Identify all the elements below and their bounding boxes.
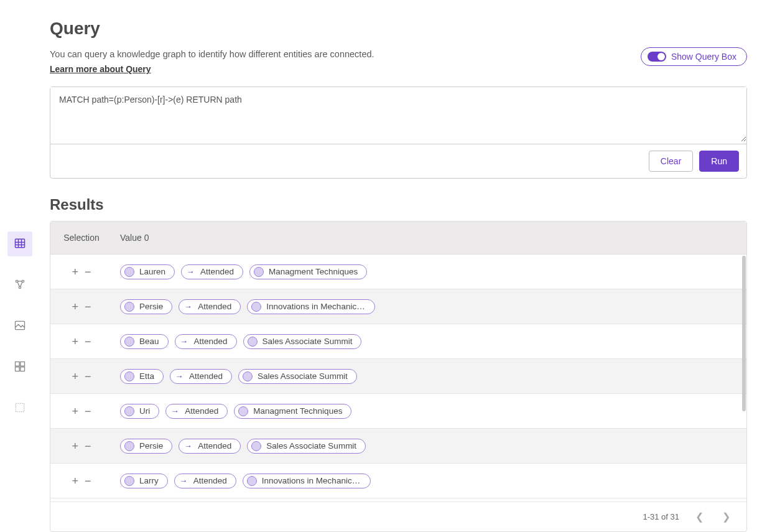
selection-cell: +− bbox=[50, 266, 113, 278]
add-selection-button[interactable]: + bbox=[72, 475, 78, 487]
person-label: Beau bbox=[139, 337, 159, 346]
person-pill[interactable]: Lauren bbox=[120, 264, 175, 279]
remove-selection-button[interactable]: − bbox=[85, 266, 91, 278]
person-label: Persie bbox=[139, 441, 163, 450]
svg-rect-14 bbox=[16, 366, 20, 371]
remove-selection-button[interactable]: − bbox=[85, 336, 91, 347]
svg-rect-15 bbox=[21, 366, 25, 371]
header-selection: Selection bbox=[50, 222, 113, 254]
arrow-right-icon: → bbox=[170, 406, 180, 416]
table-row: +−Larry→AttendedInnovations in Mechanica… bbox=[50, 464, 746, 498]
remove-selection-button[interactable]: − bbox=[85, 475, 91, 487]
node-dot-icon bbox=[124, 267, 134, 277]
arrow-right-icon: → bbox=[185, 267, 195, 277]
entity-pill[interactable]: Sales Associate Summit bbox=[247, 439, 366, 454]
svg-rect-13 bbox=[21, 362, 25, 366]
show-query-toggle[interactable]: Show Query Box bbox=[641, 47, 747, 66]
node-dot-icon bbox=[124, 337, 134, 347]
relation-label: Attended bbox=[189, 371, 223, 381]
person-pill[interactable]: Uri bbox=[120, 404, 159, 419]
node-dot-icon bbox=[251, 441, 261, 451]
sidebar-item-graph[interactable] bbox=[7, 273, 32, 297]
pager-prev-button[interactable]: ❮ bbox=[693, 511, 706, 523]
remove-selection-button[interactable]: − bbox=[85, 301, 91, 312]
relation-pill[interactable]: →Attended bbox=[179, 299, 241, 314]
entity-label: Innovations in Mechanical... bbox=[262, 476, 361, 485]
value-cell: Etta→AttendedSales Associate Summit bbox=[113, 362, 746, 391]
entity-label: Managment Techniques bbox=[253, 406, 342, 416]
relation-pill[interactable]: →Attended bbox=[181, 264, 243, 279]
relation-label: Attended bbox=[198, 441, 231, 450]
page-title: Query bbox=[50, 19, 747, 39]
person-pill[interactable]: Etta bbox=[120, 369, 164, 384]
entity-pill[interactable]: Sales Associate Summit bbox=[238, 369, 357, 384]
run-button[interactable]: Run bbox=[699, 151, 739, 172]
svg-point-5 bbox=[16, 280, 17, 282]
person-pill[interactable]: Persie bbox=[120, 299, 172, 314]
selection-cell: +− bbox=[50, 336, 113, 347]
header-value: Value 0 bbox=[113, 222, 746, 254]
table-row: +−Lauren→AttendedManagment Techniques bbox=[50, 254, 746, 289]
entity-pill[interactable]: Innovations in Mechanical... bbox=[243, 474, 371, 488]
svg-rect-0 bbox=[16, 239, 25, 247]
relation-label: Attended bbox=[200, 267, 234, 276]
layout-icon bbox=[14, 401, 26, 416]
add-selection-button[interactable]: + bbox=[72, 371, 78, 382]
person-label: Larry bbox=[139, 476, 159, 485]
arrow-right-icon: → bbox=[183, 302, 193, 312]
remove-selection-button[interactable]: − bbox=[85, 371, 91, 382]
node-dot-icon bbox=[124, 371, 134, 381]
selection-cell: +− bbox=[50, 371, 113, 382]
entity-label: Innovations in Mechanical... bbox=[266, 302, 366, 311]
relation-pill[interactable]: →Attended bbox=[165, 404, 228, 419]
person-pill[interactable]: Beau bbox=[120, 334, 169, 349]
add-selection-button[interactable]: + bbox=[72, 301, 78, 312]
node-dot-icon bbox=[251, 302, 261, 312]
node-dot-icon bbox=[247, 476, 257, 486]
entity-label: Managment Techniques bbox=[269, 267, 358, 276]
query-input[interactable] bbox=[50, 87, 746, 142]
person-pill[interactable]: Larry bbox=[120, 474, 168, 488]
relation-pill[interactable]: →Attended bbox=[170, 369, 232, 384]
pager-next-button[interactable]: ❯ bbox=[720, 511, 733, 523]
remove-selection-button[interactable]: − bbox=[85, 406, 91, 417]
sidebar-item-layout[interactable] bbox=[7, 396, 32, 421]
entity-pill[interactable]: Innovations in Mechanical... bbox=[247, 299, 375, 314]
entity-label: Sales Associate Summit bbox=[266, 441, 356, 450]
entity-pill[interactable]: Sales Associate Summit bbox=[243, 334, 362, 349]
relation-label: Attended bbox=[198, 302, 231, 311]
value-cell: Uri→AttendedManagment Techniques bbox=[113, 396, 746, 426]
sidebar bbox=[0, 0, 40, 532]
table-body: +−Lauren→AttendedManagment Techniques+−P… bbox=[50, 254, 746, 502]
selection-cell: +− bbox=[50, 406, 113, 417]
selection-cell: +− bbox=[50, 475, 113, 487]
add-selection-button[interactable]: + bbox=[72, 441, 78, 452]
table-row: +−Persie→AttendedSales Associate Summit bbox=[50, 429, 746, 464]
pager: 1-31 of 31 ❮ ❯ bbox=[50, 502, 746, 531]
entity-pill[interactable]: Managment Techniques bbox=[234, 404, 351, 419]
sidebar-item-image[interactable] bbox=[7, 314, 32, 338]
node-dot-icon bbox=[248, 337, 258, 347]
node-dot-icon bbox=[238, 406, 248, 416]
table-row: +−Beau→AttendedSales Associate Summit bbox=[50, 324, 746, 359]
remove-selection-button[interactable]: − bbox=[85, 441, 91, 452]
query-box: Clear Run bbox=[50, 86, 747, 179]
relation-pill[interactable]: →Attended bbox=[174, 474, 236, 488]
add-selection-button[interactable]: + bbox=[72, 266, 78, 278]
person-label: Lauren bbox=[139, 267, 165, 276]
add-selection-button[interactable]: + bbox=[72, 336, 78, 347]
relation-pill[interactable]: →Attended bbox=[175, 334, 237, 349]
entity-pill[interactable]: Managment Techniques bbox=[249, 264, 367, 279]
person-pill[interactable]: Persie bbox=[120, 439, 172, 454]
value-cell: Persie→AttendedInnovations in Mechanical… bbox=[113, 292, 746, 322]
add-selection-button[interactable]: + bbox=[72, 406, 78, 417]
sidebar-item-widget[interactable] bbox=[7, 355, 32, 380]
learn-more-link[interactable]: Learn more about Query bbox=[50, 64, 151, 74]
clear-button[interactable]: Clear bbox=[649, 151, 693, 172]
value-cell: Persie→AttendedSales Associate Summit bbox=[113, 431, 746, 461]
sidebar-item-table[interactable] bbox=[7, 231, 32, 256]
table-row: +−Etta→AttendedSales Associate Summit bbox=[50, 359, 746, 394]
scrollbar-thumb[interactable] bbox=[742, 256, 746, 411]
graph-icon bbox=[14, 278, 26, 292]
relation-pill[interactable]: →Attended bbox=[179, 439, 241, 454]
